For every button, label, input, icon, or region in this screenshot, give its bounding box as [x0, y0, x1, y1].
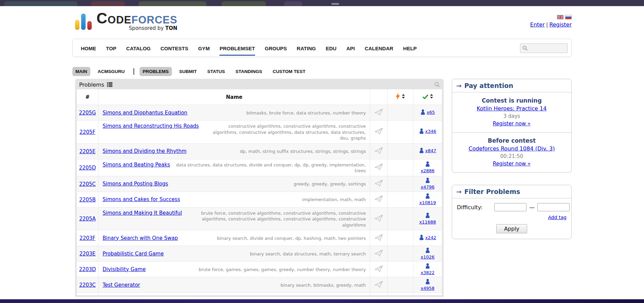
subnav-item-submit[interactable]: SUBMIT	[176, 67, 200, 76]
problem-name-link[interactable]: Simons and Reconstructing His Roads	[103, 123, 199, 129]
problem-id-link[interactable]: 2205C	[79, 181, 96, 187]
check-icon	[423, 94, 428, 99]
solved-count-link[interactable]: x11688	[419, 219, 436, 225]
submit-icon[interactable]	[374, 265, 383, 272]
problem-name-link[interactable]: Simons and Beating Peaks	[103, 161, 170, 168]
search-input[interactable]	[528, 46, 564, 51]
subnav-item-acmsguru[interactable]: ACMSGURU	[95, 67, 128, 76]
problem-id-link[interactable]: 2205B	[79, 197, 95, 203]
nav-item-catalog[interactable]: CATALOG	[126, 40, 151, 56]
subnav-item-main[interactable]: MAIN	[72, 67, 90, 76]
contest-status-heading: Before contest	[455, 137, 568, 145]
problem-name-link[interactable]: Probabilistic Card Game	[103, 250, 164, 257]
problem-name-link[interactable]: Test Generator	[103, 282, 140, 288]
solved-person-icon	[425, 263, 430, 270]
submit-icon[interactable]	[374, 108, 383, 116]
sort-icon[interactable]	[430, 94, 433, 100]
submit-icon[interactable]	[374, 234, 383, 241]
difficulty-to-input[interactable]	[537, 203, 570, 211]
filter-problems-title: Filter Problems	[464, 188, 520, 195]
subnav-item-custom-test[interactable]: CUSTOM TEST	[270, 67, 309, 76]
col-header-difficulty[interactable]	[388, 89, 413, 105]
russian-flag-icon[interactable]	[565, 15, 572, 19]
submit-icon[interactable]	[374, 163, 383, 171]
submit-icon[interactable]	[374, 147, 383, 154]
problem-name-link[interactable]: Simons and Diophantus Equation	[103, 109, 187, 116]
submit-icon[interactable]	[374, 214, 383, 222]
nav-item-api[interactable]: API	[346, 40, 355, 56]
solved-person-icon	[419, 128, 424, 135]
problem-id-link[interactable]: 2203E	[79, 251, 96, 257]
submit-icon[interactable]	[374, 249, 383, 257]
nav-item-help[interactable]: HELP	[403, 40, 417, 56]
difficulty-from-input[interactable]	[494, 203, 526, 211]
codeforces-logo[interactable]: Codeforces Sponsored by TON	[75, 11, 572, 31]
browser-tab[interactable]	[4, 1, 77, 6]
nav-item-contests[interactable]: CONTESTS	[161, 40, 189, 56]
problem-name-link[interactable]: Simons and Posting Blogs	[103, 180, 168, 187]
nav-item-rating[interactable]: RATING	[297, 40, 316, 56]
english-flag-icon[interactable]	[557, 15, 564, 19]
col-header-solved[interactable]	[413, 89, 442, 105]
subnav-item-standings[interactable]: STANDINGS	[232, 67, 265, 76]
nav-item-home[interactable]: HOME	[81, 40, 96, 56]
solved-count-link[interactable]: x65	[427, 110, 435, 115]
nav-item-problemset[interactable]: PROBLEMSET	[219, 40, 255, 56]
browser-tab[interactable]	[91, 1, 125, 6]
subnav-item-problems[interactable]: PROBLEMS	[140, 67, 172, 76]
nav-item-top[interactable]: TOP	[106, 40, 117, 56]
solved-count-link[interactable]: x346	[425, 129, 436, 134]
register-now-link[interactable]: Register now »	[493, 161, 531, 167]
problem-id-link[interactable]: 2203F	[79, 235, 95, 241]
solved-count-link[interactable]: x2886	[421, 168, 435, 173]
solved-count-link[interactable]: x4796	[421, 184, 435, 190]
browser-tab[interactable]	[139, 1, 207, 6]
problem-id-link[interactable]: 2205A	[79, 216, 95, 222]
table-search-icon[interactable]	[434, 82, 440, 88]
add-tag-link[interactable]: Add tag	[548, 215, 567, 220]
browser-tab[interactable]	[221, 1, 266, 6]
solved-count-link[interactable]: x1026	[421, 254, 435, 260]
nav-item-calendar[interactable]: CALENDAR	[365, 40, 393, 56]
problem-name-link[interactable]: Simons and Cakes for Success	[103, 196, 180, 203]
problem-name-link[interactable]: Simons and Making It Beautiful	[103, 210, 182, 216]
nav-item-edu[interactable]: EDU	[326, 40, 337, 56]
table-row-partial	[77, 293, 442, 296]
nav-item-groups[interactable]: GROUPS	[265, 40, 287, 56]
register-link[interactable]: Register	[549, 21, 572, 28]
solved-count-link[interactable]: x3822	[421, 270, 435, 275]
apply-button[interactable]: Apply	[496, 224, 527, 233]
problem-id-link[interactable]: 2205E	[79, 148, 96, 155]
subnav-item-status[interactable]: STATUS	[204, 67, 228, 76]
problem-name-link[interactable]: Divisibility Game	[103, 266, 146, 273]
submit-icon[interactable]	[374, 195, 383, 202]
problem-id-link[interactable]: 2203C	[79, 282, 96, 288]
col-header-id[interactable]: #	[77, 89, 99, 105]
problem-id-link[interactable]: 2205D	[79, 165, 96, 171]
solved-count-link[interactable]: x4958	[421, 286, 435, 291]
table-row: 2205D Simons and Beating Peaks data stru…	[77, 159, 442, 176]
contest-link[interactable]: Codeforces Round 1084 (Div. 3)	[468, 145, 555, 152]
difficulty-label: Difficulty:	[457, 204, 494, 211]
problem-name-link[interactable]: Simons and Dividing the Rhythm	[103, 148, 186, 155]
problem-id-link[interactable]: 2205G	[79, 110, 96, 116]
browser-tab[interactable]	[284, 1, 302, 6]
problem-id-link[interactable]: 2203D	[79, 266, 96, 272]
solved-person-icon	[425, 248, 430, 254]
nav-item-gym[interactable]: GYM	[198, 40, 210, 56]
solved-count-link[interactable]: x10819	[419, 200, 436, 205]
list-icon[interactable]	[107, 82, 112, 87]
submit-icon[interactable]	[374, 281, 383, 288]
solved-count-link[interactable]: x847	[425, 148, 436, 153]
problem-name-link[interactable]: Binary Search with One Swap	[103, 235, 178, 242]
contest-link[interactable]: Kotlin Heroes: Practice 14	[477, 105, 547, 112]
register-now-link[interactable]: Register now »	[493, 121, 531, 127]
enter-link[interactable]: Enter	[530, 21, 545, 28]
submit-icon[interactable]	[374, 127, 383, 135]
table-row: 2205E Simons and Dividing the Rhythm dp,…	[77, 143, 442, 159]
col-header-name[interactable]: Name	[99, 89, 370, 105]
submit-icon[interactable]	[374, 179, 383, 187]
solved-count-link[interactable]: x242	[425, 235, 436, 240]
problem-id-link[interactable]: 2205F	[79, 129, 95, 135]
sort-icon[interactable]	[402, 94, 405, 100]
